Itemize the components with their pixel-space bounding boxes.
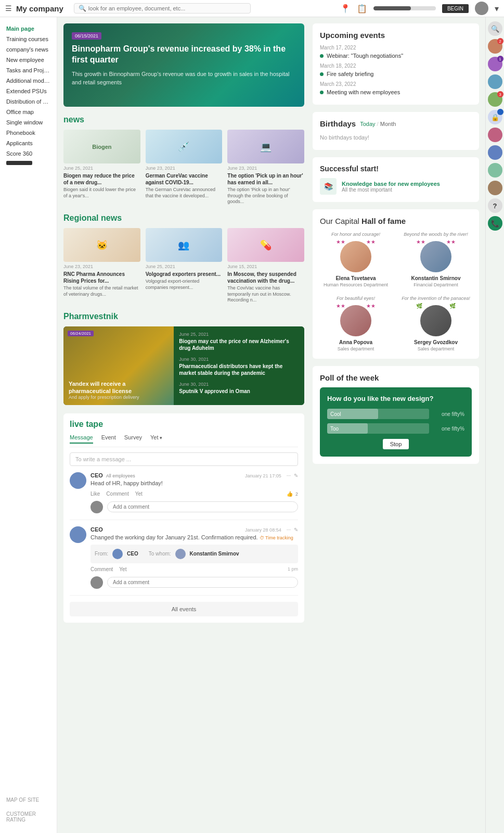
forward-from-avatar [112,549,123,559]
live-tape-tab-yet[interactable]: Yet [150,434,162,444]
event-dot [320,54,324,58]
yet-action-0[interactable]: Yet [135,491,143,497]
location-icon[interactable]: 📍 [340,4,351,14]
live-tape-tab-message[interactable]: Message [70,434,93,444]
event-dot [320,72,324,76]
forward-to-avatar [175,549,186,559]
birthday-today-btn[interactable]: Today [360,121,375,127]
news-img-1: 💉 [146,130,223,163]
yet-action-1[interactable]: Yet [119,566,126,572]
hall-name-1: Konstantin Smirnov [400,275,472,281]
rp-avatar-8[interactable] [488,181,502,195]
sidebar-item-deals[interactable]: Distribution of deals [0,96,57,107]
sidebar-item-tasks[interactable]: Tasks and Projects 8 [0,65,57,75]
col-left: 06/15/2021 Binnopharm Group's revenue in… [63,23,304,631]
forward-from-label: From: [95,551,108,557]
right-panel: 🔍 2 1 3 🔒 ? 📞 [485,17,504,833]
regional-news-card-2[interactable]: 💊 June 15, 2021 In Moscow, they suspende… [227,228,304,304]
begin-button[interactable]: BEGIN [442,4,469,13]
news-card-0[interactable]: Biogen June 25, 2021 Biogen may reduce t… [63,130,140,205]
regional-news-snippet-2: The CoviVac vaccine has temporarily run … [227,285,304,304]
rp-phone-icon[interactable]: 📞 [488,216,502,231]
event-item-1-0: Fire safety briefing [320,71,472,77]
poll-bar-wrap-1: Too one fifty% [327,423,464,434]
sidebar-item-office-map[interactable]: Office map [0,107,57,117]
live-tape-title: live tape [70,420,298,429]
sidebar-item-psus[interactable]: Extended PSUs [0,86,57,96]
sidebar-item-applicants[interactable]: Applicants [0,138,57,148]
hall-avatar-wrap-2: ★★ ★★ [340,305,371,336]
pharm-article-2[interactable]: June 30, 2021 Sputnik V approved in Oman [179,382,299,395]
all-events-button[interactable]: All events [70,602,298,616]
company-title: My company [16,4,63,13]
regional-news-date-1: June 25, 2021 [146,264,223,269]
sidebar-item-phonebook[interactable]: Phonebook [0,128,57,138]
document-icon[interactable]: 📋 [357,4,367,14]
comment-input-1[interactable] [107,577,298,588]
feed-edit-icon-1[interactable]: ✎ [294,527,298,533]
poll-option-label-0: Cool [330,411,341,417]
like-icon-0[interactable]: 👍 [287,491,293,497]
search-input[interactable] [88,5,246,11]
nav-icons: 📍 📋 BEGIN ▾ [340,2,499,15]
sidebar-item-company-news[interactable]: company's news [0,44,57,55]
hall-avatar-3 [420,305,451,336]
hall-stars-right-1: ★★ [446,239,456,245]
hall-item-0: For honor and courage! ★★ ★★ Elena Tsvet… [320,232,392,287]
regional-news-title: Regional news [63,213,304,223]
hall-tagline-1: Beyond the woods by the river! [400,232,472,237]
comment-input-0[interactable] [107,501,298,512]
hall-dept-3: Sales department [400,346,472,351]
comment-avatar-1 [91,576,103,589]
regional-news-card-0[interactable]: 🐱 June 23, 2021 RNC Pharma Announces Ris… [63,228,140,304]
poll-question: How do you like the new design? [327,395,464,402]
birthday-toggle: Today / Month [360,121,396,127]
hall-avatar-wrap-3: 🌿 🌿 [420,305,451,336]
live-tape-tab-survey[interactable]: Survey [124,434,142,444]
hero-card[interactable]: 06/15/2021 Binnopharm Group's revenue in… [63,23,304,107]
birthday-month-btn[interactable]: Month [380,121,396,127]
regional-news-img-2: 💊 [227,228,304,262]
sidebar-item-single-window[interactable]: Single window [0,117,57,128]
rp-avatar-6[interactable] [488,145,502,160]
pharm-article-0[interactable]: June 25, 2021 Biogen may cut the price o… [179,332,299,351]
rp-avatar-3[interactable] [488,74,502,89]
chevron-down-icon[interactable]: ▾ [495,4,499,14]
sidebar-item-score360[interactable]: Score 360 [0,148,57,159]
sidebar-customer-rating[interactable]: CUSTOMER RATING [0,807,57,827]
rp-avatar-5[interactable] [488,128,502,142]
kb-text: Knowledge base for new employees All the… [342,181,440,193]
sidebar-map-of-site[interactable]: MAP OF SITE [0,793,57,807]
sidebar-item-main-page[interactable]: Main page [0,23,57,34]
news-card-1[interactable]: 💉 June 23, 2021 German CureVac vaccine a… [146,130,223,205]
rp-help-icon[interactable]: ? [488,198,502,213]
comment-action-1[interactable]: Comment [91,566,113,572]
news-card-2[interactable]: 💻 June 23, 2021 The option 'Pick up in a… [227,130,304,205]
kb-item[interactable]: 📚 Knowledge base for new employees All t… [320,178,472,195]
right-panel-search-icon[interactable]: 🔍 [488,21,502,36]
hall-tagline-0: For honor and courage! [320,232,392,237]
feed-options-icon-1[interactable]: ··· [287,527,291,533]
feed-options-icon-0[interactable]: ··· [287,473,291,478]
feed-avatar-0 [70,472,86,489]
poll-stop-button[interactable]: Stop [383,439,409,449]
live-tape-tab-event[interactable]: Event [101,434,116,444]
feed-edit-icon-0[interactable]: ✎ [294,473,298,478]
pharm-date-0: June 25, 2021 [179,332,299,337]
like-action-0[interactable]: Like [91,491,100,497]
hamburger-icon[interactable]: ☰ [5,4,12,12]
sidebar-item-new-employee[interactable]: New employee [0,55,57,65]
sidebar-item-additional[interactable]: Additional modules [0,75,57,86]
pharm-article-1[interactable]: June 30, 2021 Pharmaceutical distributor… [179,357,299,376]
top-nav: ☰ My company 🔍 📍 📋 BEGIN ▾ [0,0,504,17]
regional-news-card-1[interactable]: 👥 June 25, 2021 Volgograd exporters pres… [146,228,223,304]
write-message-area[interactable]: To write a message ... [70,452,298,466]
user-avatar-nav[interactable] [475,2,488,15]
hall-name-3: Sergey Gvozdkov [400,339,472,345]
comment-action-0[interactable]: Comment [106,491,128,497]
progress-nav-fill [373,6,411,10]
rp-avatar-7[interactable] [488,163,502,178]
sidebar-item-training[interactable]: Training courses [0,34,57,44]
time-tracking-link[interactable]: ⏱ Time tracking [260,535,293,540]
pharmvestnik-left[interactable]: 06/24/2021 Yandex will receive a pharmac… [63,326,174,405]
